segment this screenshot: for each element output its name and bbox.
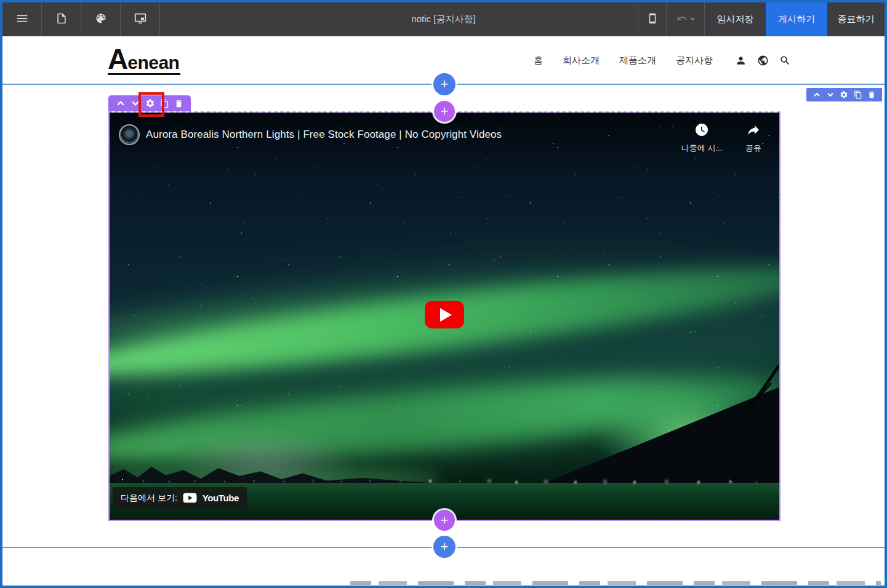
watch-on-youtube-badge[interactable]: 다음에서 보기: YouTube — [113, 487, 247, 509]
share-label: 공유 — [729, 143, 778, 154]
mobile-preview-icon — [647, 13, 658, 26]
youtube-logo-icon — [183, 493, 197, 503]
settings-gear-icon[interactable] — [145, 98, 155, 108]
desktop-preview-button[interactable] — [121, 2, 160, 36]
logo-rest: enean — [127, 52, 179, 73]
clock-icon — [694, 122, 709, 137]
share-arrow-icon — [746, 122, 761, 137]
move-down-icon[interactable] — [130, 98, 140, 108]
menu-button[interactable] — [2, 2, 42, 36]
header-icon-group — [735, 55, 791, 66]
youtube-play-button[interactable] — [425, 301, 464, 328]
editor-topbar: notic [공지사항] 임시저장 게시하기 종료하기 — [2, 2, 885, 36]
page-icon — [55, 12, 68, 27]
youtube-video-embed[interactable]: Aurora Borealis Northern Lights | Free S… — [110, 113, 779, 520]
move-up-icon[interactable] — [813, 90, 821, 99]
nav-item-products[interactable]: 제품소개 — [619, 55, 656, 66]
move-up-icon[interactable] — [116, 98, 126, 108]
duplicate-icon[interactable] — [854, 90, 862, 99]
selected-video-section[interactable]: Aurora Borealis Northern Lights | Free S… — [108, 111, 781, 521]
watch-later-button[interactable]: 나중에 시... — [677, 122, 726, 154]
pages-button[interactable] — [42, 2, 81, 36]
youtube-wordmark: YouTube — [203, 493, 239, 503]
undo-icon — [676, 13, 688, 26]
nav-item-home[interactable]: 홈 — [534, 55, 543, 66]
search-icon[interactable] — [779, 55, 791, 66]
design-button[interactable] — [81, 2, 121, 36]
site-logo[interactable]: Aenean — [108, 45, 180, 75]
mobile-preview-button[interactable] — [638, 2, 666, 36]
publish-button[interactable]: 게시하기 — [766, 2, 827, 36]
user-icon[interactable] — [735, 55, 747, 66]
video-title[interactable]: Aurora Borealis Northern Lights | Free S… — [146, 129, 502, 141]
device-desktop-icon — [134, 12, 147, 28]
undo-button[interactable] — [666, 2, 704, 36]
logo-initial: A — [108, 43, 127, 75]
site-nav: 홈 회사소개 제품소개 공지사항 — [534, 36, 791, 84]
nav-item-notice[interactable]: 공지사항 — [676, 55, 713, 66]
channel-avatar[interactable] — [119, 124, 140, 145]
delete-icon[interactable] — [867, 90, 876, 99]
topbar-actions: 임시저장 게시하기 종료하기 — [638, 2, 885, 36]
block-toolbar — [108, 95, 191, 111]
delete-icon[interactable] — [174, 99, 183, 108]
cutoff-footer-text — [350, 581, 881, 585]
chevron-down-icon — [690, 18, 695, 21]
settings-gear-icon[interactable] — [840, 90, 848, 99]
watch-later-label: 나중에 시... — [677, 143, 726, 154]
theme-palette-icon — [95, 12, 107, 27]
section-toolbar — [806, 88, 882, 101]
nav-item-about[interactable]: 회사소개 — [563, 55, 600, 66]
add-block-button-top[interactable]: + — [434, 101, 455, 122]
duplicate-icon[interactable] — [160, 99, 169, 108]
move-down-icon[interactable] — [826, 90, 835, 99]
add-section-button-top[interactable]: + — [433, 73, 456, 95]
tree-branches-silhouette — [681, 362, 779, 488]
play-icon — [440, 308, 452, 322]
share-button[interactable]: 공유 — [729, 122, 778, 154]
add-block-button-bottom[interactable]: + — [434, 510, 455, 531]
shoreline-lights — [122, 479, 123, 480]
menu-icon — [15, 12, 29, 28]
globe-icon[interactable] — [757, 55, 769, 66]
add-section-button-bottom[interactable]: + — [433, 536, 456, 558]
editor-window: notic [공지사항] 임시저장 게시하기 종료하기 Aenean 홈 — [0, 0, 887, 588]
watch-on-label: 다음에서 보기: — [121, 493, 177, 504]
temp-save-button[interactable]: 임시저장 — [704, 2, 766, 36]
exit-button[interactable]: 종료하기 — [827, 2, 885, 36]
